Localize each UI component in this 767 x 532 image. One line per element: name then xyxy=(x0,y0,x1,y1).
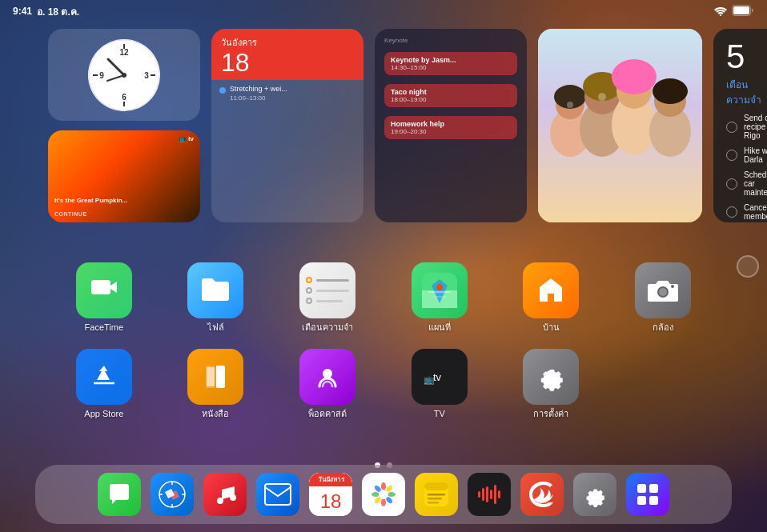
dock-swift[interactable] xyxy=(520,473,564,516)
app-home[interactable]: บ้าน xyxy=(496,262,608,333)
app-podcasts[interactable]: พ็อดคาสต์ xyxy=(271,349,384,419)
reminders-list: Send cookie recipe to Rigo Hike with Dar… xyxy=(726,114,767,222)
dock-safari[interactable] xyxy=(151,473,194,516)
podcasts-icon xyxy=(299,349,355,405)
clock-svg: 12 3 6 9 xyxy=(88,39,160,111)
app-facetime[interactable]: FaceTime xyxy=(48,262,160,333)
reminders-icon-lines xyxy=(306,277,349,304)
svg-point-35 xyxy=(436,284,443,290)
svg-rect-69 xyxy=(428,498,442,500)
rem-line-1 xyxy=(316,279,349,282)
svg-rect-2 xyxy=(733,6,749,14)
clock-widget[interactable]: 12 3 6 9 xyxy=(48,29,200,121)
svg-rect-70 xyxy=(428,502,439,504)
reminders-header: 5 เตือนความจำ xyxy=(726,40,767,107)
svg-rect-80 xyxy=(649,484,658,493)
schedule-item-1: Keynote by Jasm... 14:30–15:00 xyxy=(384,52,517,75)
reminders-date: 5 xyxy=(726,40,767,74)
svg-rect-67 xyxy=(424,482,448,490)
dock-notes[interactable] xyxy=(415,473,458,516)
svg-point-45 xyxy=(323,369,332,378)
settings-icon xyxy=(523,349,579,405)
schedule-widget[interactable]: Keynote Keynote by Jasm... 14:30–15:00 T… xyxy=(375,29,527,222)
cal-event-title: Stretching + wei... xyxy=(230,85,287,94)
empty-cell xyxy=(607,349,719,419)
appletv-widget[interactable]: 📺 tv It's the Great Pumpkin... CONTINUE xyxy=(48,130,200,222)
camera-label: กล้อง xyxy=(653,322,673,333)
svg-rect-81 xyxy=(637,496,646,505)
app-appstore[interactable]: App Store xyxy=(48,349,160,419)
reminder-text-1: Send cookie recipe to Rigo xyxy=(744,114,767,140)
svg-point-54 xyxy=(230,494,236,501)
app-settings[interactable]: การตั้งค่า xyxy=(496,349,608,419)
svg-text:6: 6 xyxy=(122,93,126,102)
reminders-widget[interactable]: 5 เตือนความจำ Send cookie recipe to Rigo xyxy=(713,29,767,222)
dock-calendar[interactable]: วันนังหาร 18 xyxy=(309,473,352,516)
dock-music[interactable] xyxy=(203,473,247,516)
schedule-title-1: Keynote by Jasm... xyxy=(391,56,511,64)
cal-header: วันอังคาร 18 xyxy=(211,29,363,80)
schedule-title-2: Taco night xyxy=(391,88,511,96)
svg-point-63 xyxy=(371,492,379,497)
dock-messages[interactable] xyxy=(98,473,141,516)
appstore-label: App Store xyxy=(84,409,123,419)
books-label: หนังสือ xyxy=(202,409,229,419)
home-button[interactable] xyxy=(737,255,759,278)
date: อ. 18 ต.ค. xyxy=(37,4,79,19)
status-right xyxy=(714,5,754,18)
rem-row-2 xyxy=(306,287,349,294)
dock-photos[interactable] xyxy=(362,473,405,516)
cal-event-item: Stretching + wei... 11:00–13:00 xyxy=(219,85,355,102)
svg-point-57 xyxy=(381,482,386,490)
tv-logo: 📺 tv xyxy=(179,135,194,142)
dock-mail[interactable] xyxy=(256,473,299,516)
schedule-time-2: 18:00–19:00 xyxy=(391,96,511,103)
rem-dot-3 xyxy=(306,298,312,304)
status-left: 9:41 อ. 18 ต.ค. xyxy=(13,4,79,19)
app-files[interactable]: ไฟล์ xyxy=(160,262,272,333)
rem-row-1 xyxy=(306,277,349,283)
reminders-icon-content xyxy=(299,270,355,310)
battery xyxy=(732,5,754,18)
app-appletv[interactable]: 📺 tv TV xyxy=(384,349,496,419)
svg-rect-43 xyxy=(207,367,215,386)
reminders-date-block: 5 เตือนความจำ xyxy=(726,40,767,107)
reminders-title: เตือนความจำ xyxy=(726,77,767,107)
svg-point-61 xyxy=(381,498,386,506)
maps-svg xyxy=(422,273,457,308)
cal-event-details: Stretching + wei... 11:00–13:00 xyxy=(230,85,287,102)
files-label: ไฟล์ xyxy=(207,322,224,333)
rem-dot-1 xyxy=(306,277,312,283)
appletv-app-icon: 📺 tv xyxy=(412,349,468,405)
dock-altstore[interactable] xyxy=(626,473,669,516)
rem-line-2 xyxy=(316,290,349,292)
reminder-item-3: Schedule car maintenance xyxy=(726,170,767,197)
reminder-circle-1 xyxy=(726,122,737,133)
widgets-area: 12 3 6 9 📺 tv It's the Great P xyxy=(48,29,719,253)
home-icon xyxy=(523,262,579,318)
svg-rect-82 xyxy=(649,496,658,505)
svg-point-38 xyxy=(671,285,674,288)
reminder-item-1: Send cookie recipe to Rigo xyxy=(726,114,767,140)
books-icon xyxy=(187,349,243,405)
app-camera[interactable]: กล้อง xyxy=(607,262,719,333)
reminder-text-4: Cancel membership xyxy=(744,203,767,221)
svg-rect-77 xyxy=(498,490,500,498)
photo-widget[interactable] xyxy=(538,29,702,222)
dock: วันนังหาร 18 xyxy=(35,465,732,524)
schedule-time-1: 14:30–15:00 xyxy=(391,64,511,71)
dock-settings[interactable] xyxy=(573,473,616,516)
time: 9:41 xyxy=(13,6,32,17)
dock-voice-memos[interactable] xyxy=(468,473,511,516)
app-books[interactable]: หนังสือ xyxy=(160,349,272,419)
calendar-widget[interactable]: วันอังคาร 18 Stretching + wei... 11:00–1… xyxy=(211,29,363,222)
reminders-app-label: เตือนความจำ xyxy=(302,322,353,333)
svg-point-14 xyxy=(122,73,126,78)
reminder-item-2: Hike with Darla xyxy=(726,146,767,164)
app-reminders[interactable]: เตือนความจำ xyxy=(271,262,384,333)
reminder-circle-4 xyxy=(726,206,737,218)
svg-text:3: 3 xyxy=(144,71,149,80)
reminder-circle-2 xyxy=(726,150,737,161)
wifi-icon xyxy=(714,6,727,16)
app-maps[interactable]: แผนที่ xyxy=(384,262,496,333)
